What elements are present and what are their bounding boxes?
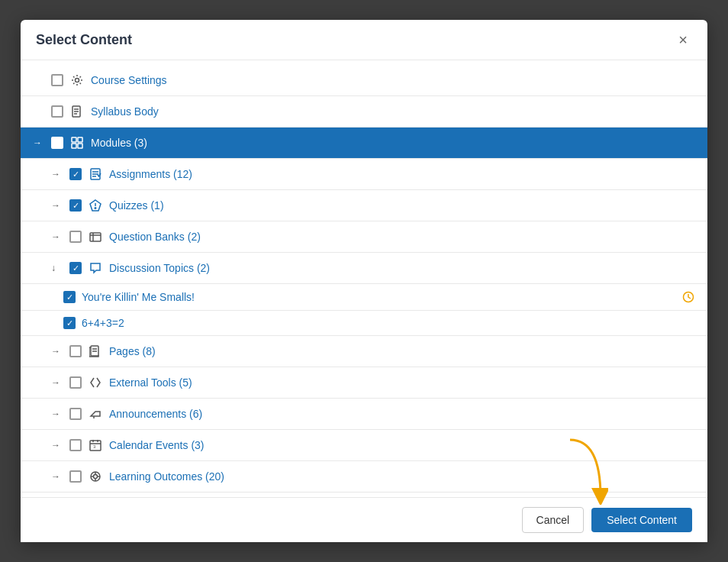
svg-rect-7: [72, 144, 76, 148]
item-checkbox[interactable]: [51, 105, 63, 118]
announcements-icon: [88, 406, 103, 422]
svg-point-15: [95, 208, 96, 209]
learning-outcomes-icon: [88, 469, 103, 484]
svg-marker-23: [91, 412, 100, 416]
discussion-icon: [88, 260, 103, 276]
syllabus-icon: [69, 104, 85, 119]
quizzes-icon: [88, 198, 103, 213]
item-label: Announcements (6): [109, 408, 695, 420]
expand-arrow-icon: →: [51, 231, 63, 242]
item-checkbox[interactable]: [69, 262, 82, 274]
select-content-button[interactable]: Select Content: [591, 508, 692, 532]
expand-arrow-icon: →: [51, 471, 63, 482]
svg-rect-16: [90, 233, 101, 241]
list-item-learning-outcomes[interactable]: → Learning Outcomes (20): [21, 461, 707, 493]
item-checkbox[interactable]: [69, 199, 82, 212]
svg-rect-5: [72, 137, 76, 142]
item-checkbox[interactable]: [69, 470, 82, 483]
discussion-sub-label: You're Killin' Me Smalls!: [82, 291, 675, 303]
select-content-modal: Select Content × Course Settings: [21, 20, 707, 542]
item-label: Discussion Topics (2): [109, 262, 695, 274]
list-item-assignments[interactable]: → Assignments (12): [21, 159, 707, 190]
item-checkbox[interactable]: [69, 231, 82, 243]
expand-arrow-icon: →: [51, 409, 63, 419]
assignments-icon: [88, 166, 103, 182]
cancel-button[interactable]: Cancel: [522, 507, 585, 533]
clock-icon: [681, 290, 695, 304]
list-item[interactable]: Syllabus Body: [21, 96, 707, 128]
expand-arrow-icon: →: [51, 377, 63, 388]
svg-rect-6: [78, 137, 82, 142]
item-checkbox[interactable]: [69, 168, 82, 180]
svg-rect-8: [78, 144, 82, 148]
item-label: Learning Outcomes (20): [109, 470, 695, 483]
list-item-calendar-events[interactable]: → 3 Calendar Events (3): [21, 430, 707, 461]
list-item[interactable]: Course Settings: [21, 65, 707, 96]
discussion-sub-label: 6+4+3=2: [82, 317, 695, 329]
list-item-question-banks[interactable]: → Question Banks (2): [21, 221, 707, 253]
item-label: Pages (8): [109, 345, 695, 357]
item-label: Quizzes (1): [109, 199, 695, 212]
item-label: Modules (3): [91, 137, 695, 149]
item-label: Calendar Events (3): [109, 439, 695, 451]
list-item-modules[interactable]: → Modules (3): [21, 128, 707, 159]
svg-point-0: [76, 79, 79, 82]
expand-arrow-icon: →: [51, 169, 63, 179]
svg-point-31: [94, 475, 98, 479]
item-checkbox[interactable]: [69, 408, 82, 420]
item-checkbox[interactable]: [51, 137, 63, 149]
item-label: External Tools (5): [109, 376, 695, 389]
calendar-icon: 3: [88, 438, 103, 453]
modal-header: Select Content ×: [21, 20, 707, 60]
item-checkbox[interactable]: [69, 345, 82, 357]
svg-text:3: 3: [93, 444, 96, 449]
modal-footer: Cancel Select Content: [21, 497, 707, 542]
item-label: Question Banks (2): [109, 231, 695, 243]
expand-arrow-icon: ↓: [51, 263, 63, 273]
list-item-announcements[interactable]: → Announcements (6): [21, 399, 707, 430]
expand-arrow-icon: →: [51, 346, 63, 357]
item-label: Assignments (12): [109, 168, 695, 180]
expand-arrow-icon: →: [51, 440, 63, 451]
item-checkbox[interactable]: [63, 317, 76, 329]
discussion-sub-item-2[interactable]: 6+4+3=2: [21, 311, 707, 336]
item-checkbox[interactable]: [63, 291, 76, 303]
expand-arrow-icon: →: [51, 200, 63, 211]
item-label: Syllabus Body: [91, 105, 695, 118]
list-item-discussion-topics[interactable]: ↓ Discussion Topics (2): [21, 253, 707, 284]
external-tools-icon: [88, 375, 103, 390]
item-checkbox[interactable]: [51, 74, 63, 86]
list-item-external-tools[interactable]: → External Tools (5): [21, 367, 707, 399]
modal-title: Select Content: [36, 32, 132, 48]
question-banks-icon: [88, 229, 103, 244]
item-label: Course Settings: [91, 74, 695, 86]
item-checkbox[interactable]: [69, 376, 82, 389]
expand-arrow-icon: →: [33, 137, 45, 148]
settings-icon: [69, 73, 85, 88]
item-checkbox[interactable]: [69, 439, 82, 451]
list-item-quizzes[interactable]: → Quizzes (1): [21, 190, 707, 221]
modules-icon: [69, 135, 85, 150]
list-item-pages[interactable]: → Pages (8): [21, 336, 707, 367]
modal-body: Course Settings Syllabus Body: [21, 60, 707, 497]
modal-overlay: Select Content × Course Settings: [0, 0, 728, 562]
pages-icon: [88, 344, 103, 359]
close-button[interactable]: ×: [674, 31, 692, 49]
discussion-sub-item-1[interactable]: You're Killin' Me Smalls!: [21, 284, 707, 311]
